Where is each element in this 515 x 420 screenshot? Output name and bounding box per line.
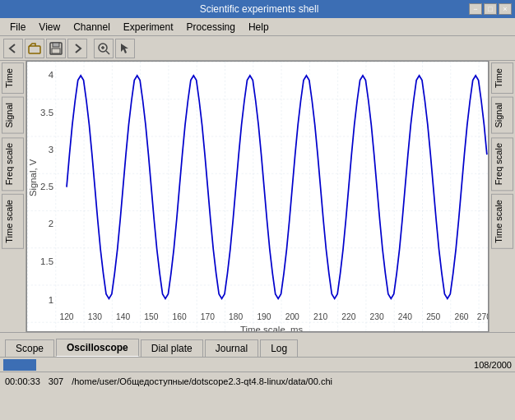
- forward-button[interactable]: [67, 39, 87, 58]
- svg-text:130: 130: [88, 312, 102, 321]
- tab-journal[interactable]: Journal: [205, 339, 258, 357]
- menu-view[interactable]: View: [32, 20, 67, 35]
- window-controls[interactable]: − □ ×: [469, 3, 515, 15]
- svg-rect-3: [52, 48, 60, 53]
- left-tab-time-scale[interactable]: Time scale: [2, 194, 24, 249]
- svg-text:260: 260: [454, 312, 468, 321]
- menu-experiment[interactable]: Experiment: [117, 20, 180, 35]
- progress-bar: [3, 359, 36, 371]
- status-time: 00:00:33: [5, 376, 40, 386]
- window-title: Scientific experiments shell: [49, 3, 469, 15]
- svg-text:3.5: 3.5: [40, 108, 53, 118]
- svg-rect-2: [53, 43, 59, 47]
- menu-channel[interactable]: Channel: [67, 20, 117, 35]
- svg-text:2.5: 2.5: [40, 182, 53, 192]
- tab-dial-plate[interactable]: Dial plate: [141, 339, 203, 357]
- svg-line-5: [106, 51, 109, 54]
- right-tabs: Time Signal Freq scale Time scale: [489, 61, 515, 332]
- right-tab-freq-scale[interactable]: Freq scale: [491, 137, 513, 191]
- title-bar: Scientific experiments shell − □ ×: [0, 0, 515, 18]
- svg-text:190: 190: [257, 312, 271, 321]
- menu-help[interactable]: Help: [242, 20, 276, 35]
- svg-text:2: 2: [49, 219, 53, 228]
- progress-count: 108/2000: [474, 360, 512, 370]
- status-bar: 00:00:33 307 /home/user/Общедоступные/do…: [0, 372, 515, 390]
- bottom-tabs-bar: Scope Oscilloscope Dial plate Journal Lo…: [0, 332, 515, 357]
- zoom-button[interactable]: [94, 39, 114, 58]
- svg-rect-0: [29, 46, 40, 53]
- svg-text:220: 220: [341, 312, 355, 321]
- svg-text:180: 180: [229, 312, 243, 321]
- right-tab-time-scale[interactable]: Time scale: [491, 194, 513, 249]
- minimize-button[interactable]: −: [469, 3, 482, 15]
- left-tab-signal[interactable]: Signal: [2, 97, 24, 134]
- svg-text:230: 230: [370, 312, 384, 321]
- tab-oscilloscope[interactable]: Oscilloscope: [56, 339, 139, 357]
- toolbar: [0, 36, 515, 61]
- svg-text:3: 3: [49, 145, 53, 155]
- tab-log[interactable]: Log: [260, 339, 298, 357]
- menu-file[interactable]: File: [3, 20, 32, 35]
- chart-svg: 4 3.5 3 2.5 2 1.5 1 Signal, V 120 130 14…: [27, 62, 488, 331]
- left-tabs: Time Signal Freq scale Time scale: [0, 61, 26, 332]
- status-value: 307: [49, 376, 63, 386]
- main-area: Time Signal Freq scale Time scale 4 3.5: [0, 61, 515, 332]
- svg-text:150: 150: [144, 312, 158, 321]
- svg-text:200: 200: [285, 312, 299, 321]
- right-tab-time[interactable]: Time: [491, 62, 513, 94]
- status-path: /home/user/Общедоступные/dotscope2.3-qt4…: [72, 376, 332, 386]
- back-button[interactable]: [3, 39, 23, 58]
- svg-text:1: 1: [49, 295, 53, 305]
- left-tab-freq-scale[interactable]: Freq scale: [2, 137, 24, 191]
- svg-text:210: 210: [313, 312, 327, 321]
- menu-bar: File View Channel Experiment Processing …: [0, 18, 515, 36]
- svg-text:120: 120: [59, 312, 73, 321]
- right-tab-signal[interactable]: Signal: [491, 97, 513, 134]
- svg-text:140: 140: [116, 312, 130, 321]
- svg-text:Signal, V: Signal, V: [28, 159, 38, 196]
- svg-text:Time scale, ms: Time scale, ms: [240, 325, 304, 331]
- svg-text:1.5: 1.5: [40, 256, 53, 266]
- open-button[interactable]: [25, 39, 44, 58]
- chart-container: 4 3.5 3 2.5 2 1.5 1 Signal, V 120 130 14…: [26, 61, 489, 332]
- menu-processing[interactable]: Processing: [180, 20, 242, 35]
- svg-text:250: 250: [426, 312, 440, 321]
- svg-text:170: 170: [201, 312, 215, 321]
- svg-text:160: 160: [173, 312, 187, 321]
- cursor-button[interactable]: [115, 39, 135, 58]
- close-button[interactable]: ×: [499, 3, 512, 15]
- svg-text:270: 270: [477, 312, 488, 321]
- left-tab-time[interactable]: Time: [2, 62, 24, 94]
- svg-text:240: 240: [398, 312, 412, 321]
- svg-text:4: 4: [49, 70, 53, 80]
- maximize-button[interactable]: □: [484, 3, 497, 15]
- progress-bar-area: 108/2000: [0, 357, 515, 372]
- save-button[interactable]: [46, 39, 66, 58]
- tab-scope[interactable]: Scope: [5, 339, 54, 357]
